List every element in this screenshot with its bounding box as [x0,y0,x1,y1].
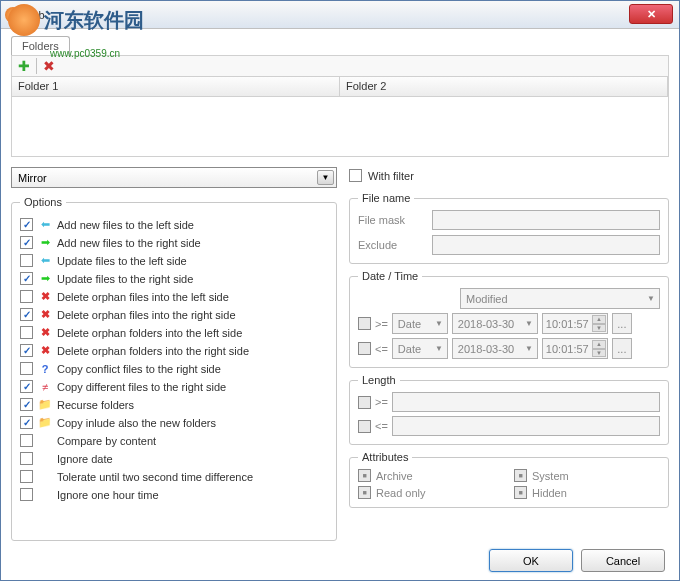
date-type-select[interactable]: Modified▼ [460,288,660,309]
column-folder1[interactable]: Folder 1 [12,77,340,96]
option-checkbox[interactable] [20,434,33,447]
option-checkbox[interactable] [20,380,33,393]
option-row: ✖Delete orphan folders into the left sid… [20,324,328,341]
reset-ge-button[interactable]: ... [612,313,632,334]
option-label: Ignore one hour time [57,489,159,501]
table-body[interactable] [12,97,668,155]
option-label: Delete orphan files into the right side [57,309,236,321]
x-red-icon: ✖ [37,307,53,323]
dialog-footer: OK Cancel [11,541,669,572]
option-row: ➡Update files to the right side [20,270,328,287]
spin-up-icon: ▲ [592,315,606,324]
close-button[interactable]: ✕ [629,4,673,24]
option-checkbox[interactable] [20,254,33,267]
option-label: Delete orphan files into the left side [57,291,229,303]
arrow-l-icon: ⬅ [37,253,53,269]
blank-icon [37,433,53,449]
chevron-down-icon: ▼ [435,319,443,328]
chevron-down-icon: ▼ [525,344,533,353]
option-checkbox[interactable] [20,308,33,321]
length-group: Length >= <= [349,374,669,445]
archive-label: Archive [376,470,413,482]
exclude-input[interactable] [432,235,660,255]
column-folder2[interactable]: Folder 2 [340,77,668,96]
date-le-picker[interactable]: 2018-03-30▼ [452,338,538,359]
option-row: ✖Delete orphan folders into the right si… [20,342,328,359]
blank-icon [37,451,53,467]
option-label: Ignore date [57,453,113,465]
option-label: Add new files to the right side [57,237,201,249]
ge-label: >= [375,318,388,330]
option-row: Ignore date [20,450,328,467]
spin-down-icon: ▼ [592,324,606,333]
archive-checkbox[interactable] [358,469,371,482]
close-icon: ✕ [647,8,656,21]
option-label: Delete orphan folders into the right sid… [57,345,249,357]
len-le-input[interactable] [392,416,660,436]
option-checkbox[interactable] [20,470,33,483]
option-checkbox[interactable] [20,236,33,249]
len-ge-checkbox[interactable] [358,396,371,409]
reset-le-button[interactable]: ... [612,338,632,359]
option-checkbox[interactable] [20,326,33,339]
with-filter-checkbox[interactable] [349,169,362,182]
ok-button[interactable]: OK [489,549,573,572]
date-kind-ge[interactable]: Date▼ [392,313,448,334]
x-red-icon: ✖ [37,325,53,341]
system-checkbox[interactable] [514,469,527,482]
option-checkbox[interactable] [20,344,33,357]
add-folder-icon[interactable]: ✚ [16,58,32,74]
neq-icon: ≠ [37,379,53,395]
option-label: Copy conflict files to the right side [57,363,221,375]
date-le-checkbox[interactable] [358,342,371,355]
hidden-label: Hidden [532,487,567,499]
remove-folder-icon[interactable]: ✖ [41,58,57,74]
option-row: ⬅Add new files to the left side [20,216,328,233]
system-label: System [532,470,569,482]
option-label: Update files to the right side [57,273,193,285]
len-ge-input[interactable] [392,392,660,412]
time-ge-spinner[interactable]: 10:01:57▲▼ [542,313,608,334]
file-mask-input[interactable] [432,210,660,230]
option-row: 📁Recurse folders [20,396,328,413]
attributes-group: Attributes Archive System Read only Hidd… [349,451,669,508]
cancel-button[interactable]: Cancel [581,549,665,572]
option-row: ?Copy conflict files to the right side [20,360,328,377]
separator [36,58,37,74]
len-ge-label: >= [375,396,388,408]
mode-select[interactable]: Mirror ▼ [11,167,337,188]
option-checkbox[interactable] [20,398,33,411]
window-title: Job [27,9,45,21]
option-checkbox[interactable] [20,416,33,429]
date-kind-le[interactable]: Date▼ [392,338,448,359]
option-row: ✖Delete orphan files into the right side [20,306,328,323]
option-label: Delete orphan folders into the left side [57,327,242,339]
app-icon [5,7,21,23]
blank-icon [37,469,53,485]
watermark-url: www.pc0359.cn [50,48,120,59]
option-checkbox[interactable] [20,290,33,303]
option-label: Compare by content [57,435,156,447]
option-checkbox[interactable] [20,362,33,375]
option-checkbox[interactable] [20,218,33,231]
length-legend: Length [358,374,400,386]
titlebar[interactable]: Job ✕ [1,1,679,29]
arrow-l-icon: ⬅ [37,217,53,233]
date-legend: Date / Time [358,270,422,282]
spin-down-icon: ▼ [592,349,606,358]
option-checkbox[interactable] [20,488,33,501]
option-checkbox[interactable] [20,452,33,465]
arrow-r-icon: ➡ [37,271,53,287]
job-dialog: Job ✕ 河东软件园 www.pc0359.cn Folders ✚ ✖ Fo… [0,0,680,581]
len-le-checkbox[interactable] [358,420,371,433]
readonly-checkbox[interactable] [358,486,371,499]
hidden-checkbox[interactable] [514,486,527,499]
fold-icon: 📁 [37,397,53,413]
option-row: ➡Add new files to the right side [20,234,328,251]
date-ge-checkbox[interactable] [358,317,371,330]
time-le-spinner[interactable]: 10:01:57▲▼ [542,338,608,359]
option-label: Update files to the left side [57,255,187,267]
date-ge-picker[interactable]: 2018-03-30▼ [452,313,538,334]
option-label: Recurse folders [57,399,134,411]
option-checkbox[interactable] [20,272,33,285]
